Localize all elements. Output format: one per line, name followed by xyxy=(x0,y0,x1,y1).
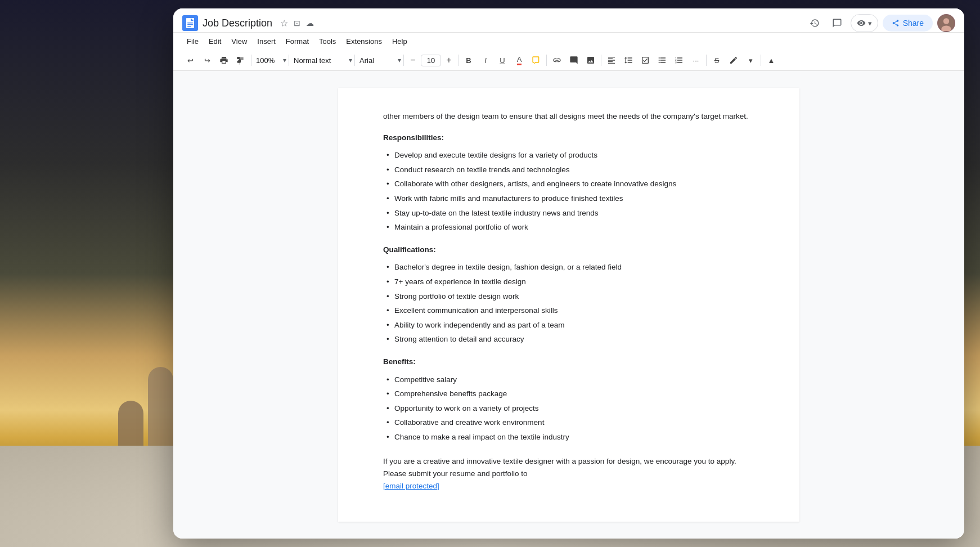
style-arrow[interactable]: ▾ xyxy=(349,56,352,64)
toolbar-divider-7 xyxy=(601,55,601,66)
font-decrease-button[interactable]: − xyxy=(406,53,420,67)
menu-insert[interactable]: Insert xyxy=(253,35,280,48)
svg-point-5 xyxy=(943,18,950,24)
strikethrough-button[interactable]: S xyxy=(709,52,725,68)
email-link[interactable]: [email protected] xyxy=(383,482,439,490)
cloud-icon[interactable]: ☁ xyxy=(305,17,315,29)
font-arrow[interactable]: ▾ xyxy=(398,56,401,64)
line-spacing-button[interactable] xyxy=(621,52,636,68)
toolbar-divider-1 xyxy=(251,55,251,66)
highlight-button[interactable] xyxy=(528,52,544,68)
collapse-toolbar-button[interactable]: ▲ xyxy=(763,52,779,68)
user-avatar[interactable] xyxy=(937,14,955,32)
pen-button[interactable] xyxy=(726,52,741,68)
list-item: Collaborative and creative work environm… xyxy=(383,415,754,430)
comment-inline-button[interactable] xyxy=(566,52,582,68)
zoom-selector[interactable]: 100% ▾ xyxy=(254,55,286,66)
toolbar-divider-6 xyxy=(546,55,547,66)
image-button[interactable] xyxy=(583,52,599,68)
toolbar-divider-4 xyxy=(403,55,404,66)
benefits-heading: Benefits: xyxy=(383,356,754,368)
benefits-list: Competitive salary Comprehensive benefit… xyxy=(383,373,754,445)
toolbar-divider-2 xyxy=(289,55,289,66)
toolbar-divider-5 xyxy=(458,55,458,66)
align-button[interactable] xyxy=(604,52,619,68)
underline-button[interactable]: U xyxy=(495,52,510,68)
link-button[interactable] xyxy=(549,52,565,68)
docs-window: Job Description ☆ ⊡ ☁ xyxy=(173,8,964,539)
list-item: Ability to work independently and as par… xyxy=(383,318,754,333)
doc-title: Job Description xyxy=(203,17,272,29)
list-item: Competitive salary xyxy=(383,373,754,387)
list-item: Strong portfolio of textile design work xyxy=(383,289,754,304)
list-item: Bachelor's degree in textile design, fas… xyxy=(383,260,754,275)
history-button[interactable] xyxy=(806,14,824,32)
font-size-input[interactable] xyxy=(421,55,441,66)
title-icons: ☆ ⊡ ☁ xyxy=(279,17,315,30)
redo-button[interactable]: ↪ xyxy=(199,52,215,68)
doc-content[interactable]: other members of the design team to ensu… xyxy=(173,71,964,539)
toolbar-divider-3 xyxy=(354,55,355,66)
zoom-value[interactable]: 100% xyxy=(254,55,282,66)
menu-file[interactable]: File xyxy=(182,35,203,48)
numbered-list-button[interactable] xyxy=(671,52,687,68)
menu-format[interactable]: Format xyxy=(281,35,313,48)
menu-help[interactable]: Help xyxy=(388,35,412,48)
menu-bar: File Edit View Insert Format Tools Exten… xyxy=(173,33,964,50)
menu-tools[interactable]: Tools xyxy=(314,35,340,48)
view-button[interactable]: ▾ xyxy=(851,14,878,32)
undo-button[interactable]: ↩ xyxy=(182,52,198,68)
comments-button[interactable] xyxy=(828,14,846,32)
list-item: Collaborate with other designers, artist… xyxy=(383,177,754,191)
share-button[interactable]: Share xyxy=(883,15,933,32)
font-increase-button[interactable]: + xyxy=(442,53,456,67)
list-item: Excellent communication and interpersona… xyxy=(383,303,754,318)
closing-text: If you are a creative and innovative tex… xyxy=(383,455,754,492)
pen-dropdown-button[interactable]: ▾ xyxy=(743,52,758,68)
title-bar-right: ▾ Share xyxy=(806,14,955,32)
svg-rect-3 xyxy=(187,26,191,27)
menu-view[interactable]: View xyxy=(227,35,251,48)
bullets-button[interactable] xyxy=(654,52,670,68)
list-item: Comprehensive benefits package xyxy=(383,387,754,401)
list-item: Conduct research on textile trends and t… xyxy=(383,163,754,177)
svg-rect-2 xyxy=(187,24,193,25)
responsibilities-list: Develop and execute textile designs for … xyxy=(383,148,754,235)
title-bar: Job Description ☆ ⊡ ☁ xyxy=(173,8,964,33)
print-button[interactable] xyxy=(216,52,232,68)
responsibilities-heading: Responsibilities: xyxy=(383,132,754,144)
list-item: Strong attention to detail and accuracy xyxy=(383,332,754,347)
star-icon[interactable]: ☆ xyxy=(279,17,289,30)
folder-icon[interactable]: ⊡ xyxy=(293,17,302,29)
list-item: 7+ years of experience in textile design xyxy=(383,275,754,289)
view-label: ▾ xyxy=(868,19,872,28)
title-bar-left: Job Description ☆ ⊡ ☁ xyxy=(182,15,806,31)
zoom-arrow[interactable]: ▾ xyxy=(283,56,286,64)
style-value[interactable]: Normal text xyxy=(291,55,348,66)
checklist-button[interactable] xyxy=(637,52,653,68)
toolbar-divider-8 xyxy=(706,55,707,66)
style-selector[interactable]: Normal text ▾ xyxy=(291,55,352,66)
share-label: Share xyxy=(903,19,924,28)
svg-rect-1 xyxy=(187,23,193,24)
qualifications-list: Bachelor's degree in textile design, fas… xyxy=(383,260,754,347)
format-paint-button[interactable] xyxy=(233,52,249,68)
menu-edit[interactable]: Edit xyxy=(204,35,226,48)
text-color-button[interactable]: A xyxy=(511,52,527,68)
italic-button[interactable]: I xyxy=(478,52,493,68)
list-item: Opportunity to work on a variety of proj… xyxy=(383,401,754,416)
menu-extensions[interactable]: Extensions xyxy=(341,35,386,48)
bold-button[interactable]: B xyxy=(461,52,476,68)
format-toolbar: ↩ ↪ 100% ▾ Normal text ▾ Arial ▾ − + B I… xyxy=(173,50,964,71)
list-item: Maintain a professional portfolio of wor… xyxy=(383,220,754,235)
font-selector[interactable]: Arial ▾ xyxy=(357,55,401,66)
toolbar-divider-9 xyxy=(761,55,761,66)
more-options-button[interactable]: ··· xyxy=(688,52,704,68)
qualifications-heading: Qualifications: xyxy=(383,244,754,256)
list-item: Work with fabric mills and manufacturers… xyxy=(383,191,754,206)
list-item: Stay up-to-date on the latest textile in… xyxy=(383,206,754,221)
intro-text: other members of the design team to ensu… xyxy=(383,110,754,123)
doc-page: other members of the design team to ensu… xyxy=(338,88,799,522)
list-item: Chance to make a real impact on the text… xyxy=(383,430,754,445)
font-value[interactable]: Arial xyxy=(357,55,397,66)
